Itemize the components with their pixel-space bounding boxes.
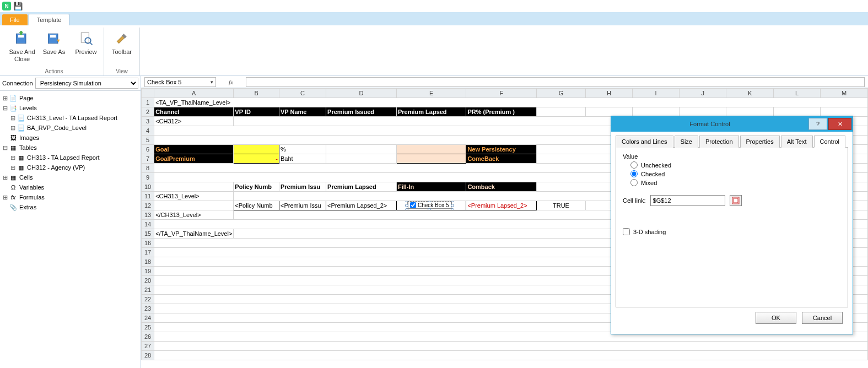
cell[interactable]: Check Box 5 bbox=[396, 201, 466, 210]
cell[interactable]: <Premium Issu bbox=[279, 201, 326, 210]
cell[interactable] bbox=[326, 154, 397, 164]
toolbar-button[interactable]: Toolbar bbox=[107, 28, 136, 67]
cell[interactable] bbox=[585, 107, 633, 117]
cell[interactable] bbox=[537, 107, 585, 117]
tree-cells[interactable]: Cells bbox=[19, 174, 33, 181]
cell[interactable]: <CH313_Level> bbox=[154, 192, 234, 201]
cell[interactable]: Baht bbox=[279, 154, 326, 164]
preview-button[interactable]: Preview bbox=[72, 28, 100, 67]
cell[interactable] bbox=[154, 351, 868, 360]
cell[interactable] bbox=[396, 145, 466, 154]
cell-link-input[interactable] bbox=[650, 195, 725, 206]
checkbox-3d-shading[interactable] bbox=[623, 228, 630, 235]
col-header[interactable]: G bbox=[537, 89, 585, 98]
radio-checked[interactable] bbox=[630, 170, 638, 177]
row-header[interactable]: 28 bbox=[142, 351, 154, 360]
collapse-icon[interactable]: ⊟ bbox=[1, 144, 9, 151]
row-header[interactable]: 14 bbox=[142, 220, 154, 229]
tree-page[interactable]: Page bbox=[19, 95, 34, 101]
cell[interactable]: TRUE bbox=[537, 201, 585, 210]
expand-icon[interactable]: ⊞ bbox=[9, 154, 17, 161]
name-box[interactable]: Check Box 5▾ bbox=[144, 77, 216, 87]
radio-mixed[interactable] bbox=[630, 179, 638, 186]
tree-level-1[interactable]: CH313_Level - TA Lapsed Report bbox=[27, 115, 117, 121]
checkbox-object[interactable]: Check Box 5 bbox=[408, 202, 451, 209]
col-header[interactable]: A bbox=[154, 89, 234, 98]
dialog-titlebar[interactable]: Format Control ? ✕ bbox=[611, 116, 853, 132]
select-all-corner[interactable] bbox=[142, 89, 154, 98]
tree-table-1[interactable]: CH313 - TA Lapsed Report bbox=[27, 154, 100, 161]
row-header[interactable]: 9 bbox=[142, 173, 154, 182]
col-header[interactable]: E bbox=[396, 89, 466, 98]
tree-images[interactable]: Images bbox=[19, 134, 39, 141]
cell[interactable] bbox=[234, 145, 279, 154]
cell[interactable]: PR% (Premium ) bbox=[466, 107, 537, 117]
row-header[interactable]: 7 bbox=[142, 154, 154, 164]
row-header[interactable]: 23 bbox=[142, 304, 154, 313]
cell[interactable] bbox=[154, 182, 234, 192]
row-header[interactable]: 22 bbox=[142, 295, 154, 304]
tab-template[interactable]: Template bbox=[29, 14, 70, 25]
col-header[interactable]: B bbox=[234, 89, 279, 98]
cell[interactable] bbox=[154, 342, 868, 351]
row-header[interactable]: 5 bbox=[142, 136, 154, 145]
cell[interactable]: VP Name bbox=[279, 107, 326, 117]
save-as-button[interactable]: Save As bbox=[40, 28, 68, 67]
row-header[interactable]: 13 bbox=[142, 210, 154, 220]
expand-icon[interactable]: ⊞ bbox=[1, 95, 9, 102]
cell[interactable]: <Policy Numb bbox=[234, 201, 279, 210]
checkbox-input[interactable] bbox=[410, 202, 416, 208]
cell[interactable]: Goal bbox=[154, 145, 234, 154]
range-picker-button[interactable] bbox=[730, 195, 742, 206]
cell[interactable] bbox=[821, 107, 868, 117]
row-header[interactable]: 20 bbox=[142, 276, 154, 285]
row-header[interactable]: 10 bbox=[142, 182, 154, 192]
tree[interactable]: ⊞📄Page ⊟📑Levels ⊞📃CH313_Level - TA Lapse… bbox=[0, 91, 141, 368]
row-header[interactable]: 25 bbox=[142, 323, 154, 332]
row-header[interactable]: 2 bbox=[142, 107, 154, 117]
cell[interactable]: <Premium Lapsed_2> bbox=[326, 201, 397, 210]
connection-select[interactable]: Persistency Simulation bbox=[35, 78, 138, 89]
col-header[interactable]: D bbox=[326, 89, 397, 98]
row-header[interactable]: 6 bbox=[142, 145, 154, 154]
cell[interactable]: Channel bbox=[154, 107, 234, 117]
cell[interactable]: Premium Issu bbox=[279, 182, 326, 192]
tree-variables[interactable]: Variables bbox=[19, 184, 44, 191]
expand-icon[interactable]: ⊞ bbox=[9, 164, 17, 171]
row-header[interactable]: 27 bbox=[142, 342, 154, 351]
chevron-down-icon[interactable]: ▾ bbox=[211, 79, 213, 85]
tree-tables[interactable]: Tables bbox=[19, 144, 37, 151]
cell[interactable]: GoalPremium bbox=[154, 154, 234, 164]
col-header[interactable]: H bbox=[585, 89, 633, 98]
row-header[interactable]: 11 bbox=[142, 192, 154, 201]
tree-level-2[interactable]: BA_RVP_Code_Level bbox=[27, 125, 87, 131]
row-header[interactable]: 15 bbox=[142, 229, 154, 239]
cell[interactable] bbox=[396, 154, 466, 164]
cell[interactable]: Policy Numb bbox=[234, 182, 279, 192]
tree-table-2[interactable]: CH312 - Agency (VP) bbox=[27, 164, 85, 171]
tree-formulas[interactable]: Formulas bbox=[19, 194, 45, 201]
cell[interactable]: New Persistency bbox=[466, 145, 537, 154]
expand-icon[interactable]: ⊞ bbox=[9, 115, 17, 122]
cell[interactable]: </CH313_Level> bbox=[154, 210, 234, 220]
cell[interactable]: </TA_VP_ThaiName_Level> bbox=[154, 229, 234, 239]
cell[interactable] bbox=[773, 107, 820, 117]
expand-icon[interactable]: ⊞ bbox=[1, 174, 9, 181]
ok-button[interactable]: OK bbox=[756, 312, 796, 324]
row-header[interactable]: 1 bbox=[142, 98, 154, 107]
tab-file[interactable]: File bbox=[2, 14, 28, 25]
row-header[interactable]: 17 bbox=[142, 248, 154, 257]
close-button[interactable]: ✕ bbox=[828, 118, 851, 130]
formula-bar[interactable] bbox=[246, 77, 865, 87]
col-header[interactable]: F bbox=[466, 89, 537, 98]
row-header[interactable]: 24 bbox=[142, 313, 154, 323]
cell[interactable]: Premium Lapsed bbox=[396, 107, 466, 117]
quick-save-icon[interactable]: 💾 bbox=[13, 2, 22, 10]
col-header[interactable]: I bbox=[633, 89, 680, 98]
tab-protection[interactable]: Protection bbox=[699, 136, 739, 148]
cell[interactable]: Premium Lapsed bbox=[326, 182, 397, 192]
tab-properties[interactable]: Properties bbox=[740, 136, 780, 148]
col-header[interactable]: C bbox=[279, 89, 326, 98]
row-header[interactable]: 3 bbox=[142, 117, 154, 126]
row-header[interactable]: 21 bbox=[142, 285, 154, 295]
